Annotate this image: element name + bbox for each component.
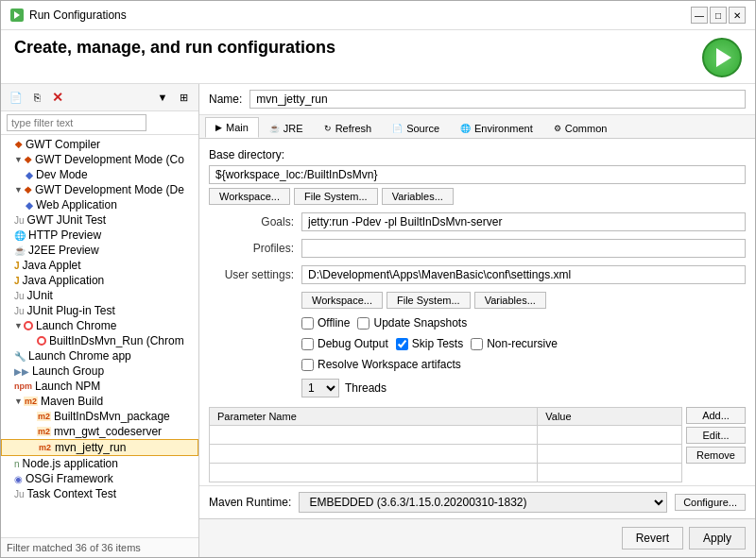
profiles-row: Profiles: <box>209 239 746 258</box>
remove-param-button[interactable]: Remove <box>686 447 746 464</box>
sidebar-item-dev-mode[interactable]: ◆ Dev Mode <box>1 167 198 182</box>
name-row: Name: <box>199 84 755 115</box>
table-row <box>210 445 682 464</box>
sidebar-item-builtin-chrome[interactable]: BuiltInDsMvn_Run (Chrom <box>1 333 198 348</box>
new-config-button[interactable]: 📄 <box>7 88 26 107</box>
skip-tests-label: Skip Tests <box>412 337 463 350</box>
workspace-button-1[interactable]: Workspace... <box>209 188 290 205</box>
sidebar-item-nodejs[interactable]: n Node.js application <box>1 456 198 471</box>
tab-common[interactable]: ⚙ Common <box>543 118 618 138</box>
sidebar-item-launch-chrome[interactable]: ▼ Launch Chrome <box>1 318 198 333</box>
configure-button[interactable]: Configure... <box>675 494 746 511</box>
params-table: Parameter Name Value <box>209 407 682 482</box>
skip-tests-checkbox[interactable] <box>396 338 408 350</box>
tab-main[interactable]: ▶ Main <box>205 117 259 138</box>
tab-environment[interactable]: 🌐 Environment <box>450 118 543 138</box>
sidebar-item-web-application[interactable]: ◆ Web Application <box>1 197 198 212</box>
filter-count-label: Filter matched 36 of 36 items <box>7 542 141 553</box>
chrome-app-icon: 🔧 <box>14 351 26 362</box>
goals-input[interactable] <box>301 212 746 231</box>
common-tab-icon: ⚙ <box>554 124 561 133</box>
node-icon: n <box>14 459 20 469</box>
sidebar-item-java-applet[interactable]: J Java Applet <box>1 258 198 273</box>
params-section: Parameter Name Value Add... Edit... <box>209 407 746 485</box>
non-recursive-checkbox[interactable] <box>471 338 483 350</box>
svg-marker-0 <box>14 11 20 19</box>
sidebar-item-junit[interactable]: Ju JUnit <box>1 288 198 303</box>
copy-config-button[interactable]: ⎘ <box>27 88 46 107</box>
sidebar-item-gwt-junit[interactable]: Ju GWT JUnit Test <box>1 212 198 228</box>
base-dir-row <box>209 165 746 184</box>
file-system-button-1[interactable]: File System... <box>294 188 378 205</box>
profiles-input[interactable] <box>301 239 746 258</box>
delete-config-button[interactable]: ✕ <box>48 88 67 107</box>
offline-checkbox[interactable] <box>301 317 314 330</box>
sidebar-item-launch-chrome-app[interactable]: 🔧 Launch Chrome app <box>1 348 198 364</box>
junit-plugin-icon: Ju <box>14 306 25 316</box>
revert-button[interactable]: Revert <box>622 527 683 550</box>
add-param-button[interactable]: Add... <box>686 407 746 424</box>
sidebar-list: ❖ GWT Compiler ▼ ❖ GWT Development Mode … <box>1 135 198 537</box>
workspace-button-2[interactable]: Workspace... <box>301 292 383 309</box>
sidebar-item-mvn-gwt-codeserver[interactable]: m2 mvn_gwt_codeserver <box>1 424 198 439</box>
run-button[interactable] <box>702 38 742 77</box>
checkboxes-row1: Offline Update Snapshots <box>301 316 746 330</box>
name-input[interactable] <box>249 90 746 109</box>
page-subtitle: Create, manage, and run configurations <box>14 38 335 58</box>
non-recursive-checkbox-item: Non-recursive <box>471 337 558 350</box>
base-dir-input[interactable] <box>209 165 746 184</box>
expand-all-button[interactable]: ⊞ <box>174 88 193 107</box>
non-recursive-label: Non-recursive <box>487 337 558 350</box>
param-name-header: Parameter Name <box>210 408 538 426</box>
profiles-label: Profiles: <box>209 242 294 255</box>
expand-icon: ▼ <box>14 185 24 194</box>
sidebar-item-launch-group[interactable]: ▶▶ Launch Group <box>1 364 198 379</box>
apply-button[interactable]: Apply <box>689 527 746 550</box>
resolve-workspace-label: Resolve Workspace artifacts <box>318 358 461 371</box>
sidebar-item-mvn-jetty-run[interactable]: m2 mvn_jetty_run <box>1 439 198 456</box>
sidebar-item-http-preview[interactable]: 🌐 HTTP Preview <box>1 228 198 243</box>
debug-output-checkbox-item: Debug Output <box>301 337 388 350</box>
variables-button-2[interactable]: Variables... <box>474 292 546 309</box>
edit-param-button[interactable]: Edit... <box>686 427 746 444</box>
sidebar-item-task-context[interactable]: Ju Task Context Test <box>1 486 198 501</box>
panel-content: Base directory: Workspace... File System… <box>199 139 755 485</box>
user-settings-input[interactable] <box>301 265 746 284</box>
file-system-button-2[interactable]: File System... <box>387 292 471 309</box>
sidebar-item-osgi[interactable]: ◉ OSGi Framework <box>1 471 198 486</box>
tab-source[interactable]: 📄 Source <box>382 118 450 138</box>
sidebar-item-gwt-dev-co[interactable]: ▼ ❖ GWT Development Mode (Co <box>1 152 198 167</box>
sidebar-item-builtin-package[interactable]: m2 BuiltInDsMvn_package <box>1 409 198 424</box>
gwt-sub-icon: ◆ <box>26 170 33 180</box>
sidebar-item-junit-plugin[interactable]: Ju JUnit Plug-in Test <box>1 303 198 318</box>
close-button[interactable]: ✕ <box>729 7 746 24</box>
expand-icon: ▼ <box>14 321 24 330</box>
params-table-body <box>210 426 682 482</box>
maximize-button[interactable]: □ <box>710 7 727 24</box>
resolve-workspace-checkbox[interactable] <box>301 359 314 371</box>
http-icon: 🌐 <box>14 230 26 241</box>
minimize-button[interactable]: — <box>691 7 708 24</box>
variables-button-1[interactable]: Variables... <box>382 188 454 205</box>
user-settings-row: User settings: <box>209 265 746 284</box>
tab-jre[interactable]: ☕ JRE <box>259 118 314 138</box>
refresh-tab-label: Refresh <box>335 123 372 134</box>
java-app-icon: J <box>14 276 20 286</box>
tab-refresh[interactable]: ↻ Refresh <box>314 118 383 138</box>
sidebar-item-j2ee-preview[interactable]: ☕ J2EE Preview <box>1 243 198 258</box>
threads-select[interactable]: 1 2 4 <box>301 379 339 397</box>
runtime-select[interactable]: EMBEDDED (3.6.3/1.15.0.20200310-1832) <box>299 492 667 513</box>
sidebar-item-java-application[interactable]: J Java Application <box>1 273 198 288</box>
web-app-icon: ◆ <box>26 200 33 211</box>
filter-input[interactable] <box>7 114 146 131</box>
resolve-workspace-row: Resolve Workspace artifacts <box>301 358 746 371</box>
filter-button[interactable]: ▼ <box>153 88 172 107</box>
sidebar-item-gwt-compiler[interactable]: ❖ GWT Compiler <box>1 137 198 152</box>
debug-output-checkbox[interactable] <box>301 338 314 350</box>
main-area: 📄 ⎘ ✕ ▼ ⊞ ❖ GWT Compiler ▼ ❖ <box>1 84 755 557</box>
update-snapshots-checkbox[interactable] <box>357 317 369 330</box>
sidebar-item-gwt-dev-de[interactable]: ▼ ❖ GWT Development Mode (De <box>1 182 198 197</box>
sidebar-item-maven-build[interactable]: ▼ m2 Maven Build <box>1 394 198 409</box>
sidebar-item-launch-npm[interactable]: npm Launch NPM <box>1 379 198 394</box>
resolve-workspace-checkbox-item: Resolve Workspace artifacts <box>301 358 461 371</box>
